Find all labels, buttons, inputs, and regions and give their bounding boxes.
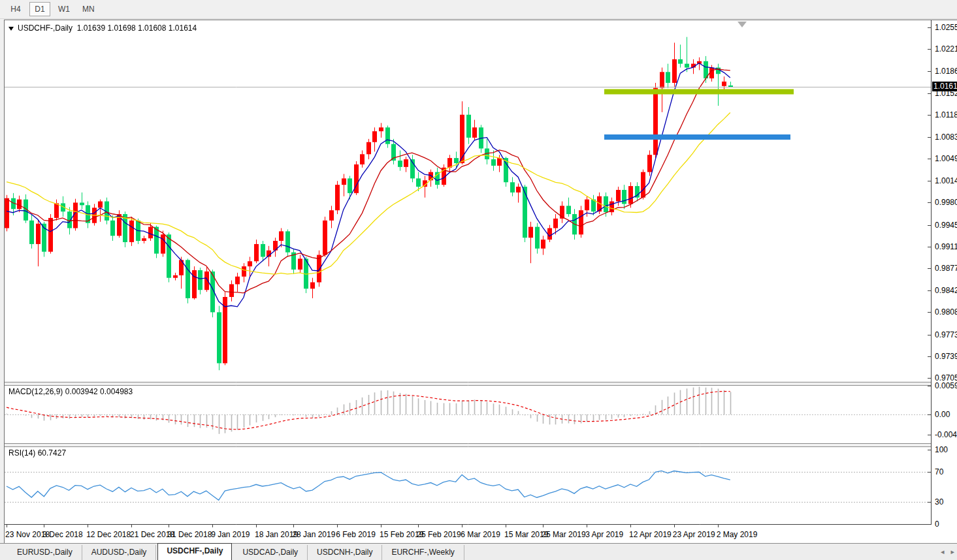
chart-tab-usdchf-daily[interactable]: USDCHF-,Daily <box>157 543 232 560</box>
chart-tab-eurchf-weekly[interactable]: EURCHF-,Weekly <box>382 545 464 560</box>
chart-tab-bar: EURUSD-,DailyAUDUSD-,DailyUSDCHF-,DailyU… <box>0 543 957 560</box>
timeframe-button-d1[interactable]: D1 <box>29 2 50 16</box>
price-axis-label: 0.99450 <box>935 221 957 230</box>
timeframe-toolbar: H4 D1 W1 MN <box>0 0 957 19</box>
date-axis-label: 12 Apr 2019 <box>629 530 672 539</box>
macd-axis-label: 0.00597 <box>935 381 957 390</box>
chart-tab-audusd-daily[interactable]: AUDUSD-,Daily <box>82 545 157 560</box>
date-axis-label: 25 Mar 2019 <box>542 530 585 539</box>
rsi-indicator-label: RSI(14) 60.7427 <box>8 448 66 458</box>
date-axis-label: 18 Jan 2019 <box>255 530 298 539</box>
chart-tab-usdcnh-daily[interactable]: USDCNH-,Daily <box>308 545 382 560</box>
price-axis-label: 0.99800 <box>935 198 957 207</box>
price-axis-label: 0.99110 <box>935 242 957 251</box>
price-axis-label: 1.00490 <box>935 154 957 163</box>
price-axis-label: 0.98770 <box>935 264 957 273</box>
timeframe-button-w1[interactable]: W1 <box>54 2 74 16</box>
date-axis-label: 23 Apr 2019 <box>673 530 715 539</box>
date-axis-label: 12 Dec 2018 <box>86 530 131 539</box>
price-axis-label: 0.98080 <box>935 307 957 317</box>
date-axis-label: 9 Jan 2019 <box>211 530 250 539</box>
date-axis-label: 28 Jan 2019 <box>292 530 335 539</box>
chart-legend: USDCHF-,Daily 1.01639 1.01698 1.01608 1.… <box>8 23 197 33</box>
macd-axis-label: 0.00 <box>935 410 950 419</box>
macd-axis-label: -0.004243 <box>935 430 957 439</box>
date-axis-label: 6 Mar 2019 <box>461 530 500 539</box>
chart-shift-marker-icon[interactable] <box>738 22 747 27</box>
chart-tab-eurusd-daily[interactable]: EURUSD-,Daily <box>8 545 82 560</box>
chart-window: USDCHF-,Daily 1.01639 1.01698 1.01608 1.… <box>4 20 957 543</box>
chart-tab-usdcad-daily[interactable]: USDCAD-,Daily <box>233 545 308 560</box>
rsi-axis-label: 70 <box>935 467 943 476</box>
legend-ohlc: 1.01639 1.01698 1.01608 1.01614 <box>77 23 197 33</box>
symbol-dropdown-icon <box>8 27 14 31</box>
date-axis-label: 25 Feb 2019 <box>417 530 461 539</box>
timeframe-button-mn[interactable]: MN <box>78 2 99 16</box>
price-chart-canvas[interactable] <box>5 20 932 528</box>
price-axis-label: 1.01860 <box>935 67 957 76</box>
tab-scroll-left-icon[interactable]: ◂ <box>941 546 945 557</box>
rsi-axis-label: 0 <box>935 520 939 529</box>
price-axis-label: 1.00140 <box>935 176 957 185</box>
rsi-axis-label: 100 <box>935 445 948 454</box>
price-axis-label: 0.97390 <box>935 352 957 361</box>
price-axis-label: 1.02550 <box>935 23 957 32</box>
date-axis-label: 3 Apr 2019 <box>585 530 623 539</box>
legend-symbol: USDCHF-,Daily <box>18 23 73 33</box>
current-price-tag: 1.01614 <box>932 82 957 91</box>
date-axis-label: 31 Dec 2018 <box>167 530 212 539</box>
price-axis-label: 1.00830 <box>935 132 957 142</box>
date-axis-label: 2 May 2019 <box>717 530 758 539</box>
date-axis-label: 3 Dec 2018 <box>42 530 82 539</box>
date-axis-label: 6 Feb 2019 <box>336 530 376 539</box>
macd-indicator-label: MACD(12,26,9) 0.003942 0.004983 <box>8 387 133 396</box>
price-axis-label: 1.01180 <box>935 110 957 119</box>
timeframe-button-h4[interactable]: H4 <box>5 2 26 16</box>
price-axis-label: 0.98420 <box>935 286 957 295</box>
price-axis-label: 1.02210 <box>935 44 957 54</box>
tab-scroll-buttons: ◂ ▸ <box>941 546 954 557</box>
tab-scroll-right-icon[interactable]: ▸ <box>950 546 954 557</box>
rsi-axis-label: 30 <box>935 497 943 506</box>
price-axis-label: 0.97730 <box>935 330 957 339</box>
